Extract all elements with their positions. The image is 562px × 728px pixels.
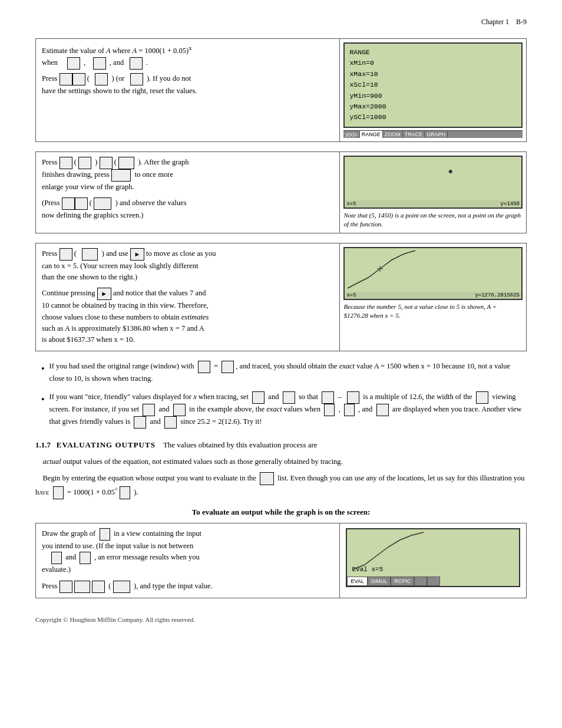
menu-range: RANGE bbox=[360, 131, 383, 138]
btn-bottom-2 bbox=[74, 581, 90, 593]
sub-heading: To evaluate an output while the graph is… bbox=[35, 508, 527, 517]
btn-bottom-3 bbox=[92, 581, 105, 593]
btn-blank-b1 bbox=[198, 361, 210, 373]
instr2-line2: finishes drawing, press to once more bbox=[42, 169, 333, 182]
bullet-dot-2: • bbox=[41, 393, 45, 407]
btn-blank-b11 bbox=[344, 404, 355, 416]
btn-blank-1 bbox=[67, 57, 80, 70]
btn-bottom-4 bbox=[113, 581, 130, 593]
menu-trace: TRACE bbox=[403, 131, 425, 138]
btn-blank-b13 bbox=[134, 416, 146, 429]
header: Chapter 1 B-9 bbox=[35, 18, 527, 27]
bullet-item-2: • If you want "nice, friendly" values di… bbox=[41, 391, 527, 429]
bottom-line2: you intend to use. (If the input value i… bbox=[42, 541, 333, 552]
graph-bottom-bar-1: x=5 y=1450 bbox=[345, 200, 521, 207]
instruction-line-1: Estimate the value of A where A = 1000(1… bbox=[42, 44, 333, 57]
bottom-line4: evaluate.) bbox=[42, 564, 333, 575]
section-117-heading: 1.1.7 EVALUATING OUTPUTS The values obta… bbox=[35, 439, 527, 451]
btn-press-4 bbox=[130, 73, 143, 85]
btn-blank-b14 bbox=[164, 416, 177, 429]
instruction-text-1: Estimate the value of A where A = 1000(1… bbox=[36, 39, 340, 142]
btn-blank-b8 bbox=[143, 404, 155, 416]
chapter-label: Chapter 1 bbox=[481, 18, 509, 27]
btn-press-2 bbox=[72, 73, 85, 85]
btn3-2 bbox=[82, 248, 98, 261]
btn2-7 bbox=[75, 197, 88, 210]
btn-graph-fn bbox=[100, 528, 110, 541]
coord-y-2: y=1276.281562S bbox=[475, 292, 520, 298]
btn-list bbox=[260, 472, 274, 485]
btn2-2 bbox=[78, 157, 91, 169]
btn-x bbox=[120, 486, 130, 499]
btn-press-3 bbox=[95, 73, 108, 85]
btn-press-1 bbox=[59, 73, 72, 85]
instr3-line1: Press ( ) and use ► to move as close as … bbox=[42, 248, 333, 261]
graph-screen-2: x=5 y=1276.281562S bbox=[343, 247, 523, 300]
instr2-line3: enlarge your view of the graph. bbox=[42, 182, 333, 193]
btn-blank-b9 bbox=[173, 404, 186, 416]
btn-blank-3 bbox=[130, 57, 143, 70]
main-content: Estimate the value of A where A = 1000(1… bbox=[35, 38, 527, 623]
eval-tab-eval: EVAL bbox=[347, 577, 367, 586]
btn-blank-b7 bbox=[476, 391, 488, 404]
calc-note-1: Note that (5, 1450) is a point on the sc… bbox=[343, 211, 523, 229]
btn-blank-2 bbox=[93, 57, 106, 70]
btn-eq bbox=[53, 486, 64, 499]
footer: Copyright © Houghton Mifflin Company. Al… bbox=[35, 616, 527, 623]
instr2-line5: now defining the graphics screen.) bbox=[42, 210, 333, 221]
bottom-instruction-table: Draw the graph of in a view containing t… bbox=[35, 523, 527, 598]
section-117-text1: The values obtained by this evaluation p… bbox=[163, 440, 318, 449]
instruction-table-2: Press ( ) ( ). After the graph finishes … bbox=[35, 151, 527, 233]
range-yscl: ySCl=1000 bbox=[349, 112, 517, 123]
range-label: RANGE bbox=[349, 47, 517, 58]
instr2-line4: (Press ( ) and observe the values bbox=[42, 197, 333, 210]
instruction-line-3: Press ( ) (or ). If you do not bbox=[42, 73, 333, 85]
eval-tab-blank1 bbox=[414, 577, 427, 586]
eval-tab-rcpic: RCPIC bbox=[391, 577, 414, 586]
instr3-line4: Continue pressing ► and notice that the … bbox=[42, 288, 333, 300]
btn2-3 bbox=[100, 157, 113, 169]
instruction-text-3: Press ( ) and use ► to move as close as … bbox=[36, 243, 340, 351]
btn2-8 bbox=[94, 197, 111, 210]
page-number: B-9 bbox=[516, 18, 527, 27]
instruction-text-2: Press ( ) ( ). After the graph finishes … bbox=[36, 151, 340, 233]
section-117-body: actual output values of the equation, no… bbox=[35, 456, 527, 467]
btn-blank-b3 bbox=[252, 391, 265, 404]
range-screen-cell: RANGE xMin=0 xMax=10 xScl=10 yMin=900 yM… bbox=[340, 39, 527, 142]
instruction-table-1: Estimate the value of A where A = 1000(1… bbox=[35, 38, 527, 142]
btn-xmax bbox=[80, 552, 90, 564]
bullet-text-2: If you want "nice, friendly" values disp… bbox=[49, 391, 527, 429]
eval-screen-cell: Eval x=5 EVAL SIMUL RCPIC bbox=[340, 523, 527, 598]
btn-blank-b12 bbox=[376, 404, 389, 416]
graph-screen-1: x=5 y=1450 bbox=[343, 156, 523, 209]
range-ymax: yMax=2000 bbox=[349, 101, 517, 112]
instruction-line-2: when , , and . bbox=[42, 57, 333, 70]
btn2-4 bbox=[118, 157, 134, 169]
eval-graph-svg bbox=[347, 529, 519, 571]
instr3-line8: is about $1637.37 when x = 10. bbox=[42, 334, 333, 345]
coord-y-1: y=1450 bbox=[501, 201, 520, 207]
instr2-line1: Press ( ) ( ). After the graph bbox=[42, 157, 333, 169]
btn-blank-b4 bbox=[283, 391, 295, 404]
btn2-6 bbox=[62, 197, 75, 210]
range-xmin: xMin=0 bbox=[349, 58, 517, 68]
instr3-line7: such as A is approximately $1386.80 when… bbox=[42, 323, 333, 334]
eval-tab-simul: SIMUL bbox=[368, 577, 391, 586]
graph-svg-2 bbox=[345, 248, 521, 289]
section-117-body2: Begin by entering the equation whose out… bbox=[35, 472, 527, 499]
menu-yx: y(x)= bbox=[343, 131, 359, 138]
eval-screen: Eval x=5 EVAL SIMUL RCPIC bbox=[346, 528, 520, 587]
eval-text: Eval x=5 bbox=[352, 566, 383, 573]
btn-blank-b5 bbox=[322, 391, 334, 404]
bullet-item-1: • If you had used the original range (wi… bbox=[41, 361, 527, 384]
btn-bottom-1 bbox=[59, 581, 72, 593]
bottom-text-cell: Draw the graph of in a view containing t… bbox=[36, 523, 340, 598]
menu-graph: GRAPH bbox=[425, 131, 448, 138]
range-xmax: xMax=10 bbox=[349, 69, 517, 80]
bullet-list: • If you had used the original range (wi… bbox=[35, 361, 527, 429]
coord-x-2: x=5 bbox=[346, 292, 356, 298]
range-ymin: yMin=900 bbox=[349, 91, 517, 101]
bullet-dot-1: • bbox=[41, 362, 45, 377]
btn3-1 bbox=[59, 248, 72, 261]
bullet-text-1: If you had used the original range (wind… bbox=[49, 361, 527, 384]
